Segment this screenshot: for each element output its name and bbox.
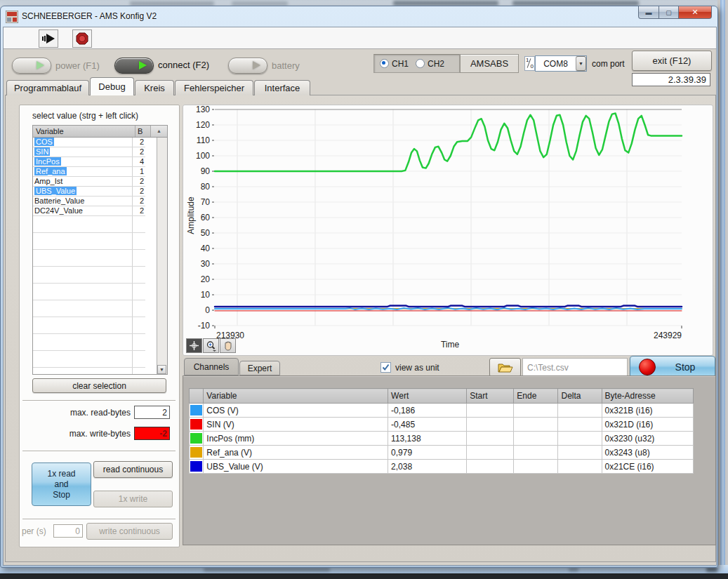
svg-text:130: 130 [196,105,210,114]
variable-row-empty[interactable] [33,351,145,368]
clear-selection-button[interactable]: clear selection [32,378,166,393]
read-continuous-button[interactable]: read continuous [93,461,173,478]
connect-label: connect (F2) [158,60,209,70]
channel-row[interactable]: SIN (V)-0,4850x321D (i16) [190,418,694,432]
view-as-unit-checkbox[interactable] [380,362,391,373]
variable-row-empty[interactable] [33,300,145,317]
variable-row[interactable]: Batterie_Value2 [33,197,145,206]
minimize-button[interactable]: ▬ [638,6,659,19]
close-button[interactable]: ✕ [679,6,712,19]
col-ende[interactable]: Ende [514,389,558,404]
variable-row[interactable]: DC24V_Value2 [33,206,145,216]
max-read-bytes-label: max. read-bytes [32,408,131,418]
channel-row[interactable]: UBS_Value (V)2,0380x21CE (i16) [190,460,694,474]
battery-toggle-arrow-icon [253,61,260,69]
col-delta[interactable]: Delta [558,389,602,404]
tab-expert[interactable]: Expert [239,361,280,375]
browse-file-button[interactable] [489,358,521,377]
toolbar [4,27,716,49]
scroll-up-icon[interactable]: ▲ [151,126,167,137]
variable-row-empty[interactable] [33,368,145,375]
variable-row[interactable]: UBS_Value2 [33,187,145,197]
scroll-down-icon[interactable]: ▼ [157,365,166,374]
connect-toggle-arrow-icon [139,61,147,69]
col-variable[interactable]: Variable [204,389,388,404]
variable-row-empty[interactable] [33,267,145,284]
variable-row[interactable]: IncPos4 [33,157,145,167]
variable-row-empty[interactable] [33,284,145,300]
col-wert[interactable]: Wert [388,389,467,404]
cursor-tool-button[interactable] [186,338,202,353]
svg-text:50: 50 [201,228,211,238]
window-title: SCHNEEBERGER - AMS Konfig V2 [22,11,157,21]
svg-text:10: 10 [201,290,211,300]
write-continuous-button[interactable]: write continuous [86,523,173,540]
exit-button[interactable]: exit (F12) [632,51,712,71]
connect-toggle[interactable] [114,58,154,74]
variable-row[interactable]: Ref_ana1 [33,167,145,177]
tab-channels[interactable]: Channels [184,358,239,375]
channel-row[interactable]: IncPos (mm)113,1380x3230 (u32) [190,432,694,446]
ch1-label: CH1 [392,59,409,69]
channel-color-swatch [190,447,202,458]
tab-fehlerspeicher[interactable]: Fehlerspeicher [175,80,253,95]
tab-interface[interactable]: Interface [254,80,310,95]
variable-row[interactable]: COS2 [33,138,145,147]
ch1-radio[interactable] [380,59,389,68]
ch2-radio[interactable] [416,59,425,68]
background-app-right [717,0,728,579]
read-once-stop-button[interactable]: 1x read and Stop [32,462,91,506]
svg-text:70: 70 [201,197,211,207]
ch2-label: CH2 [428,59,444,69]
com-port-select[interactable]: COM8 ▼ [535,55,587,72]
per-s-label: per (s) [22,526,46,536]
tab-programmablauf[interactable]: Programmablauf [6,80,89,95]
divider [22,400,176,401]
channels-panel: Variable Wert Start Ende Delta Byte-Adre… [183,375,716,545]
channel-radio-group: CH1 CH2 [373,54,460,73]
stop-button-label: Stop [656,361,715,373]
power-toggle[interactable] [12,58,51,74]
write-once-button[interactable]: 1x write [93,491,173,507]
col-bytes[interactable]: B [135,126,151,137]
max-read-bytes-field[interactable]: 2 [134,406,170,419]
select-value-title: select value (strg + left click) [32,111,138,121]
variable-row-empty[interactable] [33,216,145,233]
col-variable[interactable]: Variable [33,126,135,137]
variable-row-empty[interactable] [33,233,145,250]
title-bar[interactable]: SCHNEEBERGER - AMS Konfig V2 ▬ ▢ ✕ [1,6,717,27]
tab-debug[interactable]: Debug [90,77,134,95]
col-start[interactable]: Start [467,389,514,404]
chevron-down-icon[interactable]: ▼ [576,56,586,71]
variable-row-empty[interactable] [33,250,145,267]
select-value-panel: select value (strg + left click) Variabl… [19,105,180,547]
zoom-tool-button[interactable] [203,338,219,353]
check-icon [382,364,390,371]
stop-button[interactable]: Stop [630,356,715,378]
col-byte-adresse[interactable]: Byte-Adresse [602,389,693,404]
variable-row-empty[interactable] [33,317,145,334]
run-button[interactable] [39,29,58,48]
pan-tool-button[interactable] [220,338,236,353]
io-icon: 10 [524,56,535,71]
screen: SCHNEEBERGER - AMS Konfig V2 ▬ ▢ ✕ [0,0,728,579]
battery-toggle[interactable] [228,58,267,74]
file-path-field[interactable]: C:\Test.csv [522,358,628,377]
waveform-graph[interactable]: 1301201101009080706050403020100-10213930… [183,105,713,355]
tab-kreis[interactable]: Kreis [135,80,174,95]
variable-row-empty[interactable] [33,334,145,351]
variable-table-scrollbar[interactable]: ▼ [157,138,167,374]
maximize-button[interactable]: ▢ [659,6,679,19]
svg-text:0: 0 [205,305,210,315]
channel-color-swatch [190,405,202,415]
variable-row[interactable]: SIN2 [33,147,145,157]
crosshair-icon [189,340,199,351]
device-indicator: AMSABS [460,54,519,73]
variable-row[interactable]: Amp_Ist2 [33,177,145,187]
channel-row[interactable]: COS (V)-0,1860x321B (i16) [190,404,694,418]
abort-button[interactable] [72,29,92,48]
max-write-bytes-field[interactable]: -2 [134,427,170,440]
per-s-field[interactable]: 0 [53,524,83,538]
channel-row[interactable]: Ref_ana (V)0,9790x3243 (u8) [190,446,694,460]
variable-table: Variable B ▲ COS2SIN2IncPos4Ref_ana1Amp_… [32,125,168,375]
